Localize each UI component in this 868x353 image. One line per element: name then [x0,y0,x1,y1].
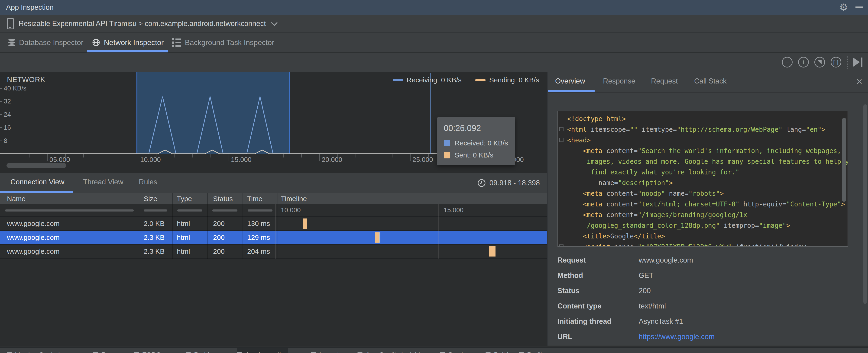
column-separator[interactable] [278,193,278,204]
zoom-out-icon[interactable]: − [782,57,793,67]
cell-time: 129 ms [247,231,270,244]
globe-icon [92,38,100,46]
bottom-bar-item-run[interactable]: Run [93,349,113,353]
tab-background-task-inspector[interactable]: Background Task Inspector [172,32,274,53]
gear-icon[interactable]: ⚙ [839,2,848,13]
bottom-bar-item-todo[interactable]: TODO [134,349,161,353]
code-line: <script nonce="p4OZXBJIXBBwFl3DtS-vXw">(… [567,242,841,247]
timeline-request-bar[interactable] [375,232,379,243]
column-separator[interactable] [207,193,208,204]
tab-connection-view[interactable]: Connection View [10,173,64,191]
tab-overview[interactable]: Overview [555,72,585,90]
cell-status: 200 [213,217,225,230]
code-line: <meta content="Search the world's inform… [567,146,841,156]
column-header-size[interactable]: Size [144,193,157,204]
tab-response[interactable]: Response [603,72,636,90]
cell-status: 200 [213,231,225,244]
bottom-bar-item-problems[interactable]: Problems [186,349,221,353]
filter-pill[interactable] [144,210,167,212]
timeline-request-bar[interactable] [303,219,307,229]
cell-name: www.google.com [7,217,60,230]
filter-pill[interactable] [212,210,238,212]
tab-network-inspector[interactable]: Network Inspector [92,32,164,53]
connection-view-tab-bar: Connection ViewThread ViewRules 09.918 -… [0,173,547,193]
panel-scrollbar-thumb[interactable] [863,104,867,304]
bottom-bar-item-build[interactable]: Build [486,349,508,353]
column-separator[interactable] [139,193,139,204]
bottom-bar-item-version-control[interactable]: Version Control [7,349,60,353]
process-selector-bar[interactable]: Resizable Experimental API Tiramisu > co… [0,15,868,33]
chart-hover-line [430,73,431,154]
bottom-bar-label: Problems [194,351,221,353]
bottom-bar-label: Build [494,351,508,353]
bottom-bar-item-app-inspection[interactable]: App Inspection [237,348,288,353]
tab-database-inspector[interactable]: Database Inspector [8,32,84,53]
network-usage-chart[interactable]: NETWORK 816243240 KB/s 05.00010.00015.00… [0,72,547,173]
tool-window-icon [7,352,12,353]
code-line: images, videos and more. Google has many… [567,156,841,167]
minimize-icon[interactable] [856,6,863,8]
chart-tooltip: 00:26.092 Received: 0 KB/s Sent: 0 KB/s [437,117,515,165]
active-tab-underline [87,50,168,53]
filter-pill[interactable] [177,210,202,212]
code-line: <head> [567,135,841,146]
bottom-bar-item-profiler[interactable]: Profiler [519,349,548,353]
tab-request[interactable]: Request [651,72,678,90]
ruler-tick [247,154,247,158]
chevron-down-icon[interactable] [271,20,278,26]
selected-time-range: 09.918 - 18.398 [477,173,540,193]
table-row[interactable]: www.google.com2.0 KBhtml200130 ms [0,217,547,231]
column-separator[interactable] [243,193,243,204]
response-preview-code[interactable]: −−− <!doctype html><html itemscope="" it… [557,111,848,247]
bottom-bar-label: Services [448,351,473,353]
zoom-in-icon[interactable]: + [798,57,809,67]
table-row[interactable]: www.google.com2.3 KBhtml200129 ms [0,231,547,245]
bottom-seam [0,346,868,347]
filter-pill[interactable] [5,210,134,212]
tab-thread-view[interactable]: Thread View [83,173,123,191]
process-name[interactable]: Resizable Experimental API Tiramisu > co… [19,20,266,28]
cell-size: 2.3 KB [144,231,164,244]
column-header-status[interactable]: Status [213,193,233,204]
ruler-tick-label: 15.000 [231,156,252,163]
tab-bar-border [548,92,868,93]
ruler-tick [301,154,302,158]
code-line: name="description"> [567,178,841,188]
bottom-bar-item-logcat[interactable]: Logcat [311,349,339,353]
fold-marker-icon[interactable]: − [559,127,563,131]
ruler-tick [355,154,356,158]
reset-zoom-icon[interactable] [814,57,825,67]
go-live-icon[interactable] [854,58,862,67]
ruler-tick-label: 20.000 [322,156,342,163]
fold-marker-icon[interactable]: − [559,138,563,142]
fold-marker-icon[interactable]: − [559,245,563,247]
column-header-timeline[interactable]: Timeline [281,193,307,204]
detail-value-status: 200 [639,286,651,296]
column-separator[interactable] [172,193,173,204]
close-icon[interactable]: × [856,75,862,88]
bottom-bar-item-services[interactable]: Services [440,349,473,353]
filter-pill[interactable] [248,210,273,212]
tool-window-icon [358,352,363,353]
ruler-tick [11,154,11,158]
chart-pan-scrollbar[interactable] [6,163,66,168]
connections-table-header[interactable]: NameSizeTypeStatusTimeTimeline [0,193,547,204]
code-line: <title>Google</title> [567,231,841,242]
legend-item-receiving: Receiving: 0 KB/s [393,76,462,84]
column-header-time[interactable]: Time [247,193,262,204]
code-scrollbar-thumb[interactable] [842,118,846,202]
column-header-name[interactable]: Name [7,193,26,204]
tab-label: Background Task Inspector [185,38,274,47]
bottom-bar-item-app-quality-insights[interactable]: App Quality Insights [358,349,424,353]
timeline-request-bar[interactable] [489,246,496,257]
table-row[interactable]: www.google.com2.3 KBhtml200204 ms [0,245,547,259]
tab-call-stack[interactable]: Call Stack [694,72,727,90]
ruler-tick [102,154,102,158]
code-line: <meta content="/images/branding/googleg/… [567,210,841,220]
tool-window-icon [237,352,242,353]
zoom-to-selection-icon[interactable]: [ ] [831,57,841,67]
column-header-type[interactable]: Type [177,193,192,204]
tab-rules[interactable]: Rules [139,173,157,191]
ruler-tick [392,154,393,158]
detail-value-url[interactable]: https://www.google.com [639,332,715,342]
